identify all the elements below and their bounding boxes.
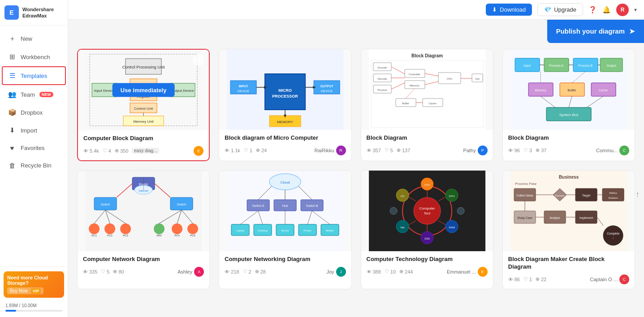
use-immediately-button[interactable]: Use immediately [112, 83, 175, 97]
card-image: Router Switch Switch PC1 PC2 PC3 [78, 171, 209, 251]
svg-text:PROCESSOR: PROCESSOR [272, 94, 298, 99]
svg-text:Laptop: Laptop [236, 229, 245, 232]
card-image: Computer Tech CPU GPU RAM SSD Net [361, 171, 493, 251]
svg-text:Refine: Refine [609, 192, 617, 194]
card-image: Input Process A Process B Output Me [503, 49, 635, 130]
chevron-down-icon[interactable]: ▾ [634, 7, 637, 13]
card-meta: 👁 218 ♡ 2 ⊕ 28 Joy J [225, 267, 346, 277]
svg-text:Tech: Tech [424, 212, 430, 215]
card-image: Cloud Switch A Hub Switch B [219, 171, 351, 251]
svg-text:Cache: Cache [428, 102, 437, 105]
card-business-flow[interactable]: Business Process Flow Collect Ideas Deci… [502, 170, 635, 289]
help-icon[interactable]: ❓ [588, 6, 597, 14]
svg-text:Decode: Decode [377, 77, 387, 80]
buy-now-button[interactable]: Buy Now VIP [7, 287, 43, 294]
storage-bar-fill [5, 310, 16, 312]
svg-text:MICRO: MICRO [278, 88, 292, 93]
svg-point-172 [390, 207, 397, 214]
sidebar-footer: Need more Cloud Storage? Buy Now VIP 1.8… [0, 266, 68, 317]
cloud-storage-title: Need more Cloud Storage? [7, 275, 61, 286]
publish-banner[interactable]: Publish your diagram ➤ [547, 20, 644, 43]
likes-count: ♡ 1 [523, 276, 532, 282]
card-technology-diagram[interactable]: Computer Tech CPU GPU RAM SSD Net [361, 170, 493, 289]
svg-point-106 [172, 223, 182, 234]
card-networking-diagram[interactable]: Cloud Switch A Hub Switch B [219, 170, 351, 289]
logo-text: Wondershare EdrawMax [22, 6, 54, 19]
sidebar-item-label: Templates [21, 73, 47, 79]
svg-text:SRV: SRV [156, 234, 162, 237]
views-count: 👁 218 [225, 269, 239, 274]
author-name: RaiRikku [314, 148, 334, 153]
author-avatar: P [478, 146, 488, 155]
sidebar-item-recycle-bin[interactable]: 🗑 Recycle Bin [3, 157, 65, 174]
svg-text:Hub: Hub [282, 204, 288, 207]
sidebar-item-team[interactable]: 👥 Team NEW [3, 86, 65, 103]
copies-count: ⊕ 350 [115, 148, 128, 154]
card-author: Pathy P [463, 146, 488, 155]
author-name: Captain O ... [590, 277, 618, 282]
card-computer-block-diagram[interactable]: ♡ Control Processing Unit ALU Regist [77, 49, 210, 161]
views-count: 👁 86 [508, 277, 520, 282]
copies-count: ⊕ 80 [113, 269, 124, 274]
sidebar-item-favorites[interactable]: ♥ Favorites [3, 140, 65, 156]
views-count: 👁 335 [83, 269, 97, 274]
svg-point-98 [89, 223, 99, 234]
card-micro-computer[interactable]: MICRO PROCESSOR INPUT DEVICE OUTPUT DEVI… [219, 49, 351, 161]
author-avatar: A [194, 267, 204, 277]
card-title: Block Diagram [508, 134, 629, 142]
vip-badge: VIP [31, 288, 41, 294]
sidebar-item-dropbox[interactable]: 📦 Dropbox [3, 104, 65, 121]
likes-count: ♡ 3 [523, 147, 532, 153]
sidebar-item-templates[interactable]: ☰ Templates [2, 66, 66, 85]
svg-text:Buffer: Buffer [402, 102, 409, 105]
author-name: Joy [326, 269, 334, 274]
copies-count: ⊕ 244 [399, 269, 413, 274]
views-count: 👁 1.1k [225, 148, 240, 153]
views-count: 👁 96 [508, 148, 520, 153]
publish-text: Publish your diagram [556, 27, 625, 36]
svg-text:Analyse: Analyse [549, 216, 560, 220]
svg-text:I/O: I/O [401, 195, 404, 197]
svg-text:Switch: Switch [177, 203, 186, 206]
likes-count: ♡ 5 [385, 147, 393, 153]
card-info: Block Diagram Maker Create Block Diagram… [503, 251, 635, 289]
svg-text:Business: Business [559, 175, 579, 180]
copies-count: ⊕ 22 [536, 276, 546, 282]
svg-point-191 [603, 226, 623, 245]
svg-text:SSD: SSD [424, 237, 430, 240]
author-avatar: E [194, 146, 203, 156]
svg-text:Process A: Process A [549, 64, 563, 67]
sidebar-item-workbench[interactable]: ⊞ Workbench [3, 48, 65, 65]
publish-arrow-icon: ➤ [629, 27, 635, 36]
card-author: Ashley A [177, 267, 204, 277]
svg-text:Switch B: Switch B [306, 204, 319, 207]
download-button[interactable]: ⬇ Download [486, 4, 532, 16]
svg-text:Control Unit: Control Unit [134, 107, 153, 111]
author-avatar: C [619, 146, 629, 155]
svg-text:INPUT: INPUT [239, 85, 249, 88]
sidebar-item-new[interactable]: ＋ New [3, 30, 65, 47]
author-avatar: E [478, 267, 488, 277]
avatar[interactable]: R [616, 4, 629, 16]
card-block-diagram-2[interactable]: Input Process A Process B Output Me [502, 49, 635, 161]
svg-point-100 [104, 223, 115, 234]
author-avatar: J [336, 267, 346, 277]
upgrade-button[interactable]: 💎 Upgrade [537, 3, 583, 16]
card-info: Block Diagram 👁 96 ♡ 3 ⊕ 37 Commu... C [503, 130, 635, 160]
likes-count: ♡ 5 [101, 269, 109, 274]
card-meta: 👁 335 ♡ 5 ⊕ 80 Ashley A [83, 267, 204, 277]
card-block-diagram[interactable]: Block Diagram Encode Decode Process [361, 49, 493, 161]
svg-text:Controller: Controller [409, 73, 420, 76]
main-area: ⬇ Download 💎 Upgrade ❓ 🔔 R ▾ Publish you… [68, 0, 644, 317]
card-meta: 👁 1.1k ♡ 1 ⊕ 24 RaiRikku R [225, 146, 346, 155]
svg-text:PC5: PC5 [190, 234, 195, 237]
svg-text:Desktop: Desktop [258, 229, 268, 232]
sidebar-item-import[interactable]: ⬇ Import [3, 122, 65, 139]
team-icon: 👥 [8, 90, 16, 99]
card-network-diagram[interactable]: Router Switch Switch PC1 PC2 PC3 [77, 170, 210, 289]
likes-count: ♡ 2 [243, 269, 251, 274]
notification-icon[interactable]: 🔔 [602, 6, 611, 14]
scroll-top-button[interactable]: ↑ [635, 190, 640, 199]
cloud-storage-banner[interactable]: Need more Cloud Storage? Buy Now VIP [4, 271, 64, 298]
svg-text:Input Device: Input Device [94, 89, 114, 93]
